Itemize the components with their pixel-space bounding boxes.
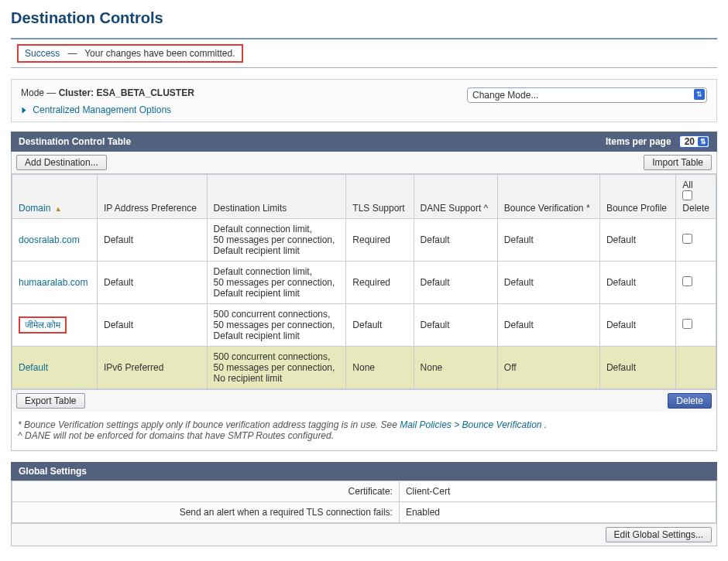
cell-bounce_prof: Default bbox=[599, 304, 675, 347]
cell-ip_pref: Default bbox=[98, 304, 208, 347]
cell-ip_pref: Default bbox=[98, 262, 208, 304]
highlighted-domain: जीमेल.कोम bbox=[19, 316, 67, 334]
table-row: doosralab.comDefaultDefault connection l… bbox=[12, 219, 716, 262]
dct-title: Destination Control Table bbox=[19, 136, 131, 147]
cell-dest_limits: Default connection limit, 50 messages pe… bbox=[207, 219, 346, 262]
cell-bounce_ver: Default bbox=[497, 219, 599, 262]
global-label: Certificate: bbox=[12, 481, 400, 502]
cell-dane: Default bbox=[414, 219, 497, 262]
centralized-mgmt-toggle[interactable]: Centralized Management Options bbox=[21, 104, 707, 115]
footnote1a: * Bounce Verification settings apply onl… bbox=[18, 419, 400, 430]
cell-dane: Default bbox=[414, 304, 497, 347]
domain-link[interactable]: जीमेल.कोम bbox=[25, 320, 60, 330]
select-all-checkbox[interactable] bbox=[682, 190, 692, 200]
mode-prefix: Mode — bbox=[21, 87, 56, 98]
footnote1-link[interactable]: Mail Policies > Bounce Verification bbox=[400, 419, 541, 430]
domain-link[interactable]: humaaralab.com bbox=[19, 277, 88, 288]
global-title: Global Settings bbox=[19, 466, 87, 477]
dct-footnote: * Bounce Verification settings apply onl… bbox=[12, 412, 716, 450]
cell-bounce_prof: Default bbox=[599, 347, 675, 389]
cell-dane: None bbox=[414, 347, 497, 389]
dct-footer: Export Table Delete bbox=[12, 389, 716, 412]
import-table-button[interactable]: Import Table bbox=[644, 155, 712, 170]
global-footer: Edit Global Settings... bbox=[12, 523, 716, 546]
cell-tls: Default bbox=[346, 304, 414, 347]
cluster-name: Cluster: ESA_BETA_CLUSTER bbox=[59, 87, 194, 98]
cell-tls: Required bbox=[346, 262, 414, 304]
row-delete-checkbox[interactable] bbox=[682, 319, 692, 329]
cell-bounce_prof: Default bbox=[599, 219, 675, 262]
row-delete-checkbox[interactable] bbox=[682, 276, 692, 286]
table-row: humaaralab.comDefaultDefault connection … bbox=[12, 262, 716, 304]
cell-dest_limits: Default connection limit, 50 messages pe… bbox=[207, 262, 346, 304]
change-mode-select[interactable]: Change Mode... bbox=[467, 87, 707, 103]
domain-link[interactable]: doosralab.com bbox=[19, 234, 80, 245]
col-dest-limits: Destination Limits bbox=[207, 175, 346, 219]
items-label: Items per page bbox=[606, 136, 671, 147]
delete-button[interactable]: Delete bbox=[668, 393, 712, 409]
success-bar: Success — Your changes have been committ… bbox=[11, 38, 717, 68]
cell-bounce_ver: Default bbox=[497, 304, 599, 347]
cell-bounce_ver: Off bbox=[497, 347, 599, 389]
cell-delete bbox=[676, 304, 716, 347]
success-highlight: Success — Your changes have been committ… bbox=[17, 44, 243, 63]
dct-toolbar: Add Destination... Import Table bbox=[12, 152, 716, 174]
cell-dest_limits: 500 concurrent connections, 50 messages … bbox=[207, 347, 346, 389]
sort-asc-icon: ▲ bbox=[55, 205, 62, 213]
cell-delete bbox=[676, 219, 716, 262]
col-delete: All Delete bbox=[676, 175, 716, 219]
cell-bounce_ver: Default bbox=[497, 262, 599, 304]
col-domain-label: Domain bbox=[19, 203, 50, 214]
cell-dane: Default bbox=[414, 262, 497, 304]
cell-delete bbox=[676, 347, 716, 389]
dct-table: Domain ▲ IP Address Preference Destinati… bbox=[12, 174, 716, 389]
col-bounce-ver: Bounce Verification * bbox=[497, 175, 599, 219]
export-table-button[interactable]: Export Table bbox=[16, 393, 85, 409]
cell-delete bbox=[676, 262, 716, 304]
items-value: 20 bbox=[685, 136, 695, 147]
global-label: Send an alert when a required TLS connec… bbox=[12, 502, 400, 523]
items-per-page-select[interactable]: 20 ⇅ bbox=[679, 135, 709, 148]
success-label: Success bbox=[25, 48, 60, 59]
success-sep: — bbox=[67, 48, 77, 59]
global-row: Certificate:Client-Cert bbox=[12, 481, 716, 502]
global-panel: Global Settings Certificate:Client-CertS… bbox=[11, 462, 717, 546]
dct-header-row: Domain ▲ IP Address Preference Destinati… bbox=[12, 175, 716, 219]
cell-domain: humaaralab.com bbox=[12, 262, 98, 304]
cell-domain: जीमेल.कोम bbox=[12, 304, 98, 347]
add-destination-button[interactable]: Add Destination... bbox=[16, 155, 107, 170]
select-arrow-icon: ⇅ bbox=[698, 137, 708, 146]
cell-tls: Required bbox=[346, 219, 414, 262]
cell-domain: doosralab.com bbox=[12, 219, 98, 262]
cell-domain: Default bbox=[12, 347, 98, 389]
global-header: Global Settings bbox=[11, 462, 717, 481]
table-row: जीमेल.कोमDefault500 concurrent connectio… bbox=[12, 304, 716, 347]
domain-link[interactable]: Default bbox=[19, 362, 48, 373]
cell-dest_limits: 500 concurrent connections, 50 messages … bbox=[207, 304, 346, 347]
cell-bounce_prof: Default bbox=[599, 262, 675, 304]
edit-global-settings-button[interactable]: Edit Global Settings... bbox=[606, 527, 712, 542]
cell-tls: None bbox=[346, 347, 414, 389]
expand-icon bbox=[22, 108, 26, 114]
dct-panel: Add Destination... Import Table Domain ▲… bbox=[11, 152, 717, 451]
col-ip-pref: IP Address Preference bbox=[98, 175, 208, 219]
centralized-mgmt-label: Centralized Management Options bbox=[33, 104, 171, 115]
global-value: Enabled bbox=[399, 502, 716, 523]
dct-header: Destination Control Table Items per page… bbox=[11, 132, 717, 152]
global-body: Certificate:Client-CertSend an alert whe… bbox=[11, 481, 717, 546]
col-tls: TLS Support bbox=[346, 175, 414, 219]
footnote1b: . bbox=[544, 419, 547, 430]
mode-panel: Mode — Cluster: ESA_BETA_CLUSTER Change … bbox=[11, 79, 717, 122]
footnote2: ^ DANE will not be enforced for domains … bbox=[18, 430, 334, 441]
col-delete-label: Delete bbox=[682, 203, 709, 214]
global-row: Send an alert when a required TLS connec… bbox=[12, 502, 716, 523]
col-domain[interactable]: Domain ▲ bbox=[12, 175, 98, 219]
col-dane: DANE Support ^ bbox=[414, 175, 497, 219]
col-bounce-prof: Bounce Profile bbox=[599, 175, 675, 219]
global-table: Certificate:Client-CertSend an alert whe… bbox=[12, 481, 716, 523]
row-delete-checkbox[interactable] bbox=[682, 234, 692, 244]
cell-ip_pref: Default bbox=[98, 219, 208, 262]
table-row: DefaultIPv6 Preferred500 concurrent conn… bbox=[12, 347, 716, 389]
col-all-label: All bbox=[682, 180, 692, 190]
page-title: Destination Controls bbox=[11, 9, 717, 27]
